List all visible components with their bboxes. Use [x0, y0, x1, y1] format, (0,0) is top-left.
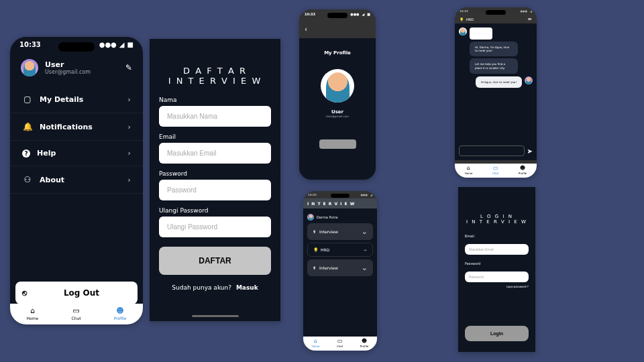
- chevron-right-icon: ›: [128, 176, 131, 184]
- forgot-password-link[interactable]: Lupa password ?: [465, 285, 529, 288]
- status-bar: 10:33●●●◢: [303, 191, 377, 198]
- input-email[interactable]: [465, 244, 529, 255]
- avatar: [307, 214, 314, 221]
- screen-register: D A F T A R I N T E R V I E W Nama Email…: [150, 39, 280, 321]
- chevron-right-icon: ›: [128, 95, 131, 104]
- tab-home[interactable]: ⌂Home: [465, 165, 473, 175]
- profile-icon: ☻: [519, 165, 527, 171]
- chat-row-in: Hi, Darma, I'm Agus, nice to meet you! L…: [459, 27, 533, 74]
- masuk-link[interactable]: Masuk: [236, 284, 258, 291]
- interview-chip[interactable]: 🎙Interview⌄: [307, 223, 373, 240]
- row-about[interactable]: ⚇About›: [10, 166, 143, 194]
- mic-icon: 🎙: [313, 265, 317, 270]
- logout-button[interactable]: ⎋ Log Out: [15, 282, 138, 304]
- tab-home[interactable]: ⌂Home: [312, 338, 320, 348]
- chat-icon: ▭: [492, 165, 498, 171]
- chevron-right-icon: ›: [128, 123, 131, 131]
- tab-bar: ⌂Home ▭Chat ☻Profile: [303, 337, 377, 351]
- label-ulangi-password: Ulangi Password: [159, 207, 271, 214]
- chat-input[interactable]: [459, 145, 525, 156]
- logout-icon: ⎋: [22, 288, 27, 298]
- profile-title: My Profile: [306, 50, 369, 56]
- avatar: [525, 76, 533, 84]
- screen-chat: 10:33●●●◢ 💡HRD ≡ Hi, Darma, I'm Agus, ni…: [455, 7, 537, 178]
- chevron-down-icon: ⌄: [362, 227, 368, 236]
- notch: [327, 13, 347, 18]
- details-icon: ▢: [22, 94, 33, 105]
- bell-icon: 🔔: [22, 121, 33, 132]
- tab-bar: ⌂Home ▭Chat ☻Profile: [455, 164, 537, 178]
- interview-chip[interactable]: 🎙Interview⌄: [307, 259, 373, 276]
- bulb-icon: 💡: [460, 17, 464, 21]
- msg-in: Hi, Darma, I'm Agus, nice to meet you!: [470, 42, 518, 56]
- screen-profile-settings: 10:33 ●●●◢■ User User@gmail.com ✎ ▢My De…: [10, 37, 143, 324]
- notch: [58, 42, 95, 52]
- chat-icon: ▭: [72, 306, 81, 315]
- avatar: [321, 69, 354, 103]
- tab-profile[interactable]: ☻Profile: [114, 306, 127, 320]
- back-icon[interactable]: ‹: [305, 25, 307, 33]
- label-password: Password: [159, 170, 271, 177]
- status-time: 10:33: [19, 41, 41, 48]
- profile-icon: ☻: [360, 338, 368, 344]
- avatar: [21, 59, 38, 76]
- input-password[interactable]: [465, 272, 529, 282]
- home-icon: ⌂: [465, 165, 473, 171]
- user-email: User@gmail.com: [45, 69, 119, 75]
- daftar-button[interactable]: DAFTAR: [159, 247, 271, 275]
- msg-out: Hi Agus, nice to meet you!: [476, 76, 522, 88]
- input-nama[interactable]: [159, 106, 271, 127]
- screen-login: L O G I N I N T E R V I E W Email Passwo…: [458, 187, 535, 352]
- chat-header: 💡HRD ≡: [455, 15, 537, 23]
- help-icon: ?: [22, 149, 30, 158]
- chat-row-out: Hi Agus, nice to meet you!: [459, 76, 533, 88]
- msg-in: Let me help you find a place in a smalle…: [470, 58, 518, 73]
- input-password[interactable]: [159, 180, 271, 200]
- row-notifications[interactable]: 🔔Notifications›: [10, 113, 143, 141]
- label-email: Email: [159, 133, 271, 140]
- bulb-icon: 💡: [313, 247, 318, 252]
- list-user: Darma Putra: [307, 214, 373, 221]
- login-title-2: I N T E R V I E W: [458, 219, 535, 225]
- profile-email: User@gmail.com: [306, 115, 369, 118]
- input-ulangi-password[interactable]: [159, 217, 271, 237]
- send-icon[interactable]: ➤: [527, 147, 533, 155]
- mic-icon: 🎙: [313, 229, 317, 234]
- register-title-2: I N T E R V I E W: [150, 76, 280, 86]
- row-my-details[interactable]: ▢My Details›: [10, 86, 143, 113]
- screen-my-profile: 10:33 ●●●◢■ ‹ My Profile User User@gmail…: [299, 9, 376, 180]
- minus-icon: −: [364, 247, 367, 252]
- status-bar: 10:33●●●◢: [455, 7, 537, 15]
- chat-image: [470, 27, 492, 40]
- input-email[interactable]: [159, 143, 271, 164]
- user-name: User: [45, 60, 119, 69]
- login-button[interactable]: Login: [465, 326, 529, 341]
- profile-name: User: [306, 109, 369, 115]
- chevron-right-icon: ›: [128, 149, 131, 158]
- home-indicator: [192, 315, 239, 317]
- login-title-1: L O G I N: [458, 214, 535, 219]
- home-icon: ⌂: [27, 306, 39, 315]
- menu-icon[interactable]: ≡: [527, 16, 532, 22]
- profile-action-button[interactable]: [319, 139, 356, 149]
- tab-home[interactable]: ⌂Home: [27, 306, 39, 320]
- screen-interview-list: 10:33●●●◢ I N T E R V I E W Darma Putra …: [303, 191, 377, 351]
- profile-icon: ☻: [114, 306, 127, 315]
- tab-profile[interactable]: ☻Profile: [360, 338, 368, 348]
- row-help[interactable]: ?Help›: [10, 141, 143, 166]
- tab-chat[interactable]: ▭Chat: [72, 306, 81, 320]
- edit-icon[interactable]: ✎: [125, 63, 132, 72]
- chevron-down-icon: ⌄: [362, 263, 368, 272]
- user-header: User User@gmail.com ✎: [10, 50, 143, 86]
- have-account-text: Sudah punya akun?: [172, 284, 231, 291]
- people-icon: ⚇: [22, 174, 33, 185]
- avatar: [459, 27, 467, 36]
- chat-icon: ▭: [337, 338, 343, 344]
- hrd-chip[interactable]: 💡HRD−: [307, 243, 373, 257]
- chat-input-row: ➤: [459, 145, 533, 156]
- tab-profile[interactable]: ☻Profile: [519, 165, 527, 175]
- tab-chat[interactable]: ▭Chat: [337, 338, 343, 348]
- register-title-1: D A F T A R: [150, 66, 280, 76]
- tab-bar: ⌂Home ▭Chat ☻Profile: [10, 304, 143, 324]
- tab-chat[interactable]: ▭Chat: [492, 165, 498, 175]
